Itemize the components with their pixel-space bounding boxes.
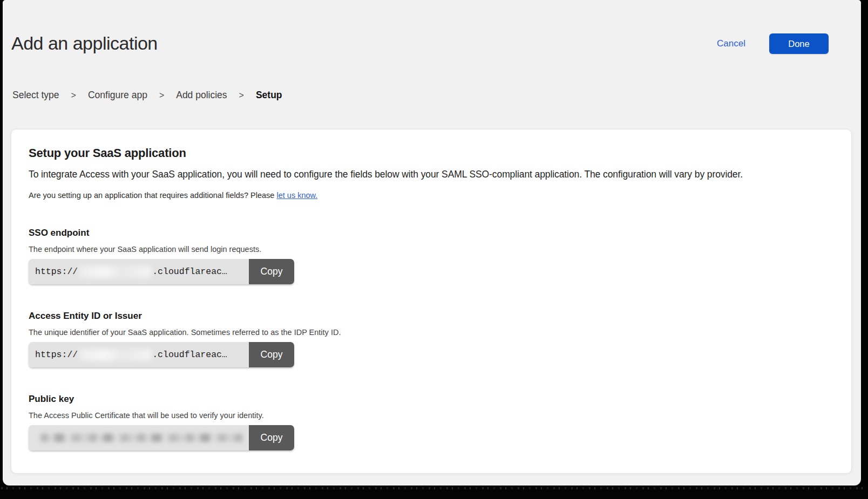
redacted-value: [40, 434, 243, 442]
field-description: The endpoint where your SaaS application…: [29, 245, 834, 254]
redacted-value: [79, 266, 151, 278]
public-key-value[interactable]: [29, 425, 249, 450]
value-prefix: https://: [35, 266, 78, 277]
let-us-know-link[interactable]: let us know.: [276, 191, 317, 200]
breadcrumb-configure-app[interactable]: Configure app: [88, 90, 147, 101]
card-note: Are you setting up an application that r…: [29, 191, 834, 200]
value-prefix: https://: [35, 350, 78, 360]
card-title: Setup your SaaS application: [29, 146, 834, 160]
public-key-value-row: Copy: [29, 425, 294, 450]
bottom-taskbar: [0, 486, 868, 499]
header-actions: Cancel Done: [717, 33, 829, 54]
copy-button[interactable]: Copy: [249, 342, 294, 367]
copy-button[interactable]: Copy: [249, 425, 294, 450]
page-title: Add an application: [11, 31, 158, 55]
field-label: Access Entity ID or Issuer: [29, 311, 834, 322]
value-suffix: .cloudflareac…: [152, 266, 227, 277]
cancel-button[interactable]: Cancel: [717, 38, 745, 49]
note-text: Are you setting up an application that r…: [29, 191, 276, 200]
app-window: Add an application Cancel Done Select ty…: [3, 0, 861, 486]
field-public-key: Public key The Access Public Certificate…: [29, 394, 834, 450]
breadcrumb-select-type[interactable]: Select type: [12, 90, 59, 101]
breadcrumb-separator: >: [71, 91, 76, 100]
done-button[interactable]: Done: [769, 33, 829, 54]
sso-endpoint-value[interactable]: https:// .cloudflareac…: [29, 259, 249, 284]
entity-id-value[interactable]: https:// .cloudflareac…: [29, 342, 249, 367]
setup-card: Setup your SaaS application To integrate…: [11, 129, 852, 474]
field-description: The Access Public Certificate that will …: [29, 411, 834, 420]
taskbar-noise: [1, 487, 867, 489]
field-access-entity-id: Access Entity ID or Issuer The unique id…: [29, 311, 834, 367]
breadcrumb-separator: >: [239, 91, 244, 100]
field-sso-endpoint: SSO endpoint The endpoint where your Saa…: [29, 228, 834, 284]
card-intro-text: To integrate Access with your SaaS appli…: [29, 168, 834, 181]
field-label: Public key: [29, 394, 834, 405]
field-label: SSO endpoint: [29, 228, 834, 238]
copy-button[interactable]: Copy: [249, 259, 294, 284]
field-description: The unique identifier of your SaaS appli…: [29, 328, 834, 337]
redacted-value: [79, 349, 151, 361]
breadcrumb-separator: >: [159, 91, 164, 100]
entity-id-value-row: https:// .cloudflareac… Copy: [29, 342, 294, 367]
value-suffix: .cloudflareac…: [152, 350, 227, 360]
sso-endpoint-value-row: https:// .cloudflareac… Copy: [29, 259, 294, 284]
breadcrumb-setup-current: Setup: [256, 90, 282, 101]
breadcrumb-add-policies[interactable]: Add policies: [176, 90, 227, 101]
breadcrumb: Select type > Configure app > Add polici…: [12, 90, 861, 101]
page-header: Add an application Cancel Done: [3, 0, 861, 55]
